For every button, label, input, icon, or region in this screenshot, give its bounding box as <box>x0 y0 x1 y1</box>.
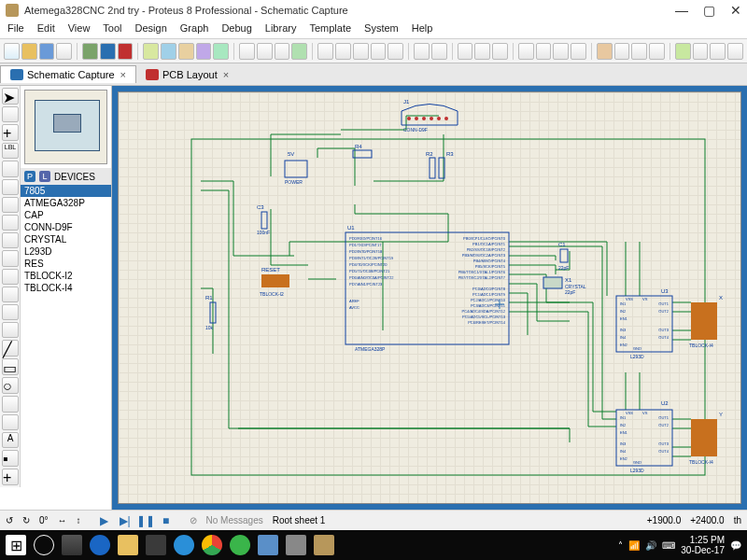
tool-text2-mode[interactable]: A <box>2 432 19 448</box>
explorer-icon[interactable] <box>118 535 138 555</box>
edge-icon[interactable] <box>90 535 110 555</box>
tool-block-delete[interactable] <box>571 43 586 60</box>
step-button[interactable]: ▶| <box>117 513 134 528</box>
office-icon[interactable] <box>258 535 278 555</box>
tool-snap[interactable] <box>275 43 290 60</box>
taskview-icon[interactable] <box>62 535 82 555</box>
tool-home[interactable] <box>82 43 98 60</box>
tool-origin[interactable] <box>291 43 307 60</box>
proteus-icon[interactable] <box>314 535 334 555</box>
menu-graph[interactable]: Graph <box>180 22 209 36</box>
rotate-ccw-icon[interactable]: ↺ <box>6 515 13 525</box>
overview-preview[interactable] <box>24 90 107 164</box>
tool-search[interactable] <box>693 43 709 60</box>
flip-v-icon[interactable]: ↕ <box>77 515 81 525</box>
tool-ares[interactable] <box>118 43 134 60</box>
tool-tape-mode[interactable] <box>2 269 19 285</box>
play-button[interactable]: ▶ <box>96 513 113 528</box>
tool-junction-mode[interactable]: + <box>2 124 19 141</box>
menu-help[interactable]: Help <box>412 22 433 36</box>
tool-gerber[interactable] <box>178 43 194 60</box>
tool-wire[interactable] <box>675 43 691 60</box>
tab-pcb[interactable]: PCB Layout × <box>136 66 238 83</box>
tool-marker-mode[interactable]: + <box>2 469 19 485</box>
tool-subcircuit-mode[interactable] <box>2 197 19 213</box>
tool-zoom-out[interactable] <box>353 43 369 60</box>
tool-pin-mode[interactable] <box>2 232 19 248</box>
tool-refresh[interactable] <box>239 43 255 60</box>
tool-block-move[interactable] <box>536 43 552 60</box>
flip-h-icon[interactable]: ↔ <box>58 515 67 525</box>
list-item[interactable]: RES <box>21 258 111 270</box>
tool-select-mode[interactable]: ➤ <box>2 88 19 105</box>
tool-property[interactable] <box>710 43 726 60</box>
chrome-icon[interactable] <box>202 535 222 555</box>
tool-zoom-in[interactable] <box>335 43 351 60</box>
tool-zoom-fit[interactable] <box>371 43 387 60</box>
messages-label[interactable]: No Messages <box>206 515 263 525</box>
tool-align[interactable] <box>727 43 743 60</box>
lib-button[interactable]: L <box>39 171 50 182</box>
list-item[interactable]: CRYSTAL <box>21 233 111 245</box>
list-item[interactable]: L293D <box>21 245 111 258</box>
menu-library[interactable]: Library <box>265 22 297 36</box>
tool-bus-mode[interactable] <box>2 179 19 195</box>
menu-file[interactable]: File <box>7 22 24 36</box>
tool-line-mode[interactable]: ╱ <box>2 340 19 357</box>
close-button[interactable]: ✕ <box>730 3 741 18</box>
torrent-icon[interactable] <box>230 535 250 555</box>
list-item[interactable]: CAP <box>21 209 111 221</box>
menu-edit[interactable]: Edit <box>37 22 55 36</box>
clock-date[interactable]: 30-Dec-17 <box>681 545 725 555</box>
list-item[interactable]: ATMEGA328P <box>21 197 111 209</box>
pick-button[interactable]: P <box>24 171 35 182</box>
tool-make[interactable] <box>614 43 630 60</box>
tool-copy[interactable] <box>474 43 490 60</box>
tool-undo[interactable] <box>414 43 430 60</box>
tool-decompose[interactable] <box>649 43 665 60</box>
store-icon[interactable] <box>146 535 166 555</box>
tool-isis[interactable] <box>100 43 116 60</box>
tray-up-icon[interactable]: ˄ <box>618 540 623 551</box>
browser-icon[interactable] <box>174 535 194 555</box>
tool-open[interactable] <box>21 43 37 60</box>
app-icon[interactable] <box>286 535 306 555</box>
tool-path-mode[interactable] <box>2 414 19 430</box>
tool-symbol-mode[interactable]: ▪ <box>2 450 19 467</box>
tool-zoom-pan[interactable] <box>317 43 333 60</box>
tool-print[interactable] <box>56 43 72 60</box>
tool-box-mode[interactable]: ▭ <box>2 358 19 375</box>
tool-sim[interactable] <box>213 43 229 60</box>
tool-probe-mode[interactable] <box>2 304 19 320</box>
tool-text-mode[interactable] <box>2 161 19 176</box>
tool-block-rotate[interactable] <box>553 43 569 60</box>
list-item[interactable]: 7805 <box>21 185 111 197</box>
tool-grid[interactable] <box>257 43 273 60</box>
list-item[interactable]: CONN-D9F <box>21 221 111 233</box>
tool-3d[interactable] <box>196 43 212 60</box>
tool-package[interactable] <box>631 43 647 60</box>
menu-view[interactable]: View <box>68 22 91 36</box>
menu-system[interactable]: System <box>364 22 399 36</box>
menu-design[interactable]: Design <box>135 22 167 36</box>
tool-zoom-area[interactable] <box>388 43 403 60</box>
schematic-canvas[interactable]: J1 CONN-D9F 5V POWER R4 R2 R3 C <box>118 91 741 504</box>
tool-cut[interactable] <box>458 43 473 60</box>
tool-pick[interactable] <box>597 43 613 60</box>
stop-button[interactable]: ■ <box>158 513 175 528</box>
cortana-icon[interactable] <box>34 535 54 555</box>
minimize-button[interactable]: — <box>675 3 688 18</box>
tool-bom[interactable] <box>143 43 159 60</box>
notifications-icon[interactable]: 💬 <box>730 540 741 551</box>
menu-debug[interactable]: Debug <box>221 22 251 36</box>
tool-redo[interactable] <box>431 43 447 60</box>
tool-terminal-mode[interactable] <box>2 215 19 231</box>
tool-label-mode[interactable]: LBL <box>2 143 19 159</box>
tool-component-mode[interactable] <box>2 106 19 122</box>
rotate-cw-icon[interactable]: ↻ <box>22 515 30 525</box>
tool-generator-mode[interactable] <box>2 287 19 302</box>
tool-block-copy[interactable] <box>518 43 534 60</box>
tool-new[interactable] <box>4 43 20 60</box>
tool-paste[interactable] <box>492 43 508 60</box>
tool-erc[interactable] <box>161 43 176 60</box>
